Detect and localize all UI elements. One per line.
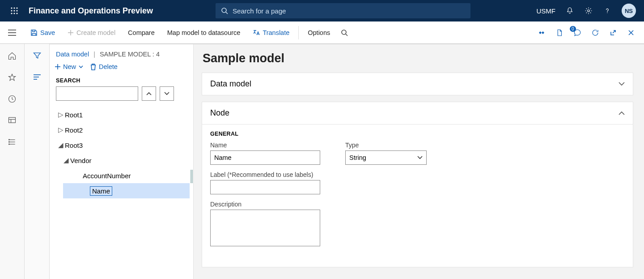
splitter-handle[interactable] <box>191 170 193 183</box>
modules-icon[interactable] <box>7 137 17 147</box>
map-model-label: Map model to datasource <box>167 29 241 36</box>
favorites-icon[interactable] <box>7 73 17 82</box>
compare-button[interactable]: Compare <box>122 21 161 43</box>
svg-point-2 <box>16 7 17 9</box>
expand-icon[interactable]: ▷ <box>57 126 65 134</box>
navigation-rail <box>0 44 25 279</box>
refresh-icon[interactable] <box>590 28 600 38</box>
svg-point-29 <box>9 139 10 140</box>
tree-label: Name <box>90 186 112 196</box>
page-title: Sample model <box>203 52 633 65</box>
trash-icon <box>90 64 96 70</box>
chevron-down-icon <box>79 65 83 69</box>
tree-node-vendor[interactable]: ◢ Vendor <box>54 153 190 168</box>
tree-search-row <box>50 86 190 107</box>
save-button[interactable]: Save <box>24 21 61 43</box>
panel-title: Node <box>210 108 229 118</box>
breadcrumb-current: SAMPLE MODEL : 4 <box>100 51 160 58</box>
tree-node-root1[interactable]: ▷ Root1 <box>54 107 190 122</box>
search-prev-button[interactable] <box>142 86 156 101</box>
translate-label: Translate <box>263 29 289 36</box>
options-label: Options <box>308 29 330 36</box>
field-name-input[interactable] <box>210 150 320 165</box>
global-search-input[interactable] <box>233 7 465 15</box>
plus-icon <box>55 64 60 69</box>
action-search-button[interactable] <box>336 21 352 43</box>
home-icon[interactable] <box>7 51 17 61</box>
messages-badge: 0 <box>570 26 576 32</box>
topbar: Finance and Operations Preview USMF NS <box>0 0 644 21</box>
translate-button[interactable]: Translate <box>246 21 296 43</box>
field-type-select[interactable]: String <box>345 150 427 165</box>
map-model-button[interactable]: Map model to datasource <box>161 21 247 43</box>
tree-pane: Data model | SAMPLE MODEL : 4 New Delete… <box>50 44 194 279</box>
side-panel <box>25 44 50 279</box>
app-launcher-icon[interactable] <box>4 7 25 15</box>
hamburger-icon[interactable] <box>0 29 24 36</box>
svg-line-19 <box>346 34 347 36</box>
svg-point-5 <box>16 10 17 11</box>
filter-icon[interactable] <box>33 51 42 62</box>
tree-label: AccountNumber <box>83 172 131 180</box>
app-title: Finance and Operations Preview <box>29 6 153 16</box>
company-code[interactable]: USMF <box>537 7 556 15</box>
attachments-icon[interactable] <box>555 28 564 38</box>
search-icon <box>221 7 228 14</box>
svg-point-0 <box>11 7 12 9</box>
tree-label: Root2 <box>65 126 83 134</box>
field-type-value: String <box>349 154 366 161</box>
search-next-button[interactable] <box>160 86 174 101</box>
tree-node-accountnumber[interactable]: AccountNumber <box>54 168 190 183</box>
related-info-icon[interactable] <box>537 28 547 38</box>
field-type: Type String <box>345 142 427 165</box>
breadcrumb-separator: | <box>93 51 95 58</box>
chevron-down-icon <box>619 82 625 86</box>
tree-label: Root1 <box>65 111 83 119</box>
delete-button[interactable]: Delete <box>90 63 118 70</box>
chevron-down-icon <box>417 156 423 159</box>
svg-point-18 <box>342 30 346 34</box>
new-button[interactable]: New <box>55 63 83 70</box>
breadcrumb: Data model | SAMPLE MODEL : 4 <box>50 51 190 62</box>
panel-datamodel-header[interactable]: Data model <box>202 73 633 95</box>
sort-icon[interactable] <box>33 73 42 82</box>
save-label: Save <box>40 29 55 36</box>
collapse-icon[interactable]: ◢ <box>62 156 70 164</box>
field-label: Label (*Recommended to use labels) <box>210 171 320 194</box>
settings-icon[interactable] <box>584 6 593 15</box>
create-model-label: Create model <box>76 29 115 36</box>
close-icon[interactable] <box>626 28 636 38</box>
messages-icon[interactable]: 0 <box>572 28 582 38</box>
global-search[interactable] <box>216 3 470 18</box>
field-label-input[interactable] <box>210 180 320 194</box>
tree-label: Root3 <box>65 142 83 149</box>
panel-datamodel: Data model <box>202 73 633 95</box>
recent-icon[interactable] <box>7 94 17 104</box>
expand-icon[interactable]: ▷ <box>57 111 65 119</box>
popout-icon[interactable] <box>608 28 618 38</box>
workspaces-icon[interactable] <box>7 116 17 125</box>
create-model-button: Create model <box>61 21 122 43</box>
section-general: GENERAL <box>210 131 625 137</box>
options-button[interactable]: Options <box>301 21 336 43</box>
svg-point-3 <box>11 10 12 11</box>
svg-point-30 <box>9 142 10 142</box>
tree-node-root3[interactable]: ◢ Root3 <box>54 137 190 153</box>
search-icon <box>341 29 348 36</box>
tree-search-input[interactable] <box>56 86 138 101</box>
panel-node-header[interactable]: Node <box>202 102 633 124</box>
tree-node-root2[interactable]: ▷ Root2 <box>54 122 190 137</box>
field-description-input[interactable] <box>210 210 320 246</box>
field-label-label: Label (*Recommended to use labels) <box>210 171 320 178</box>
help-icon[interactable] <box>603 6 612 15</box>
user-avatar[interactable]: NS <box>622 4 636 18</box>
action-bar-right: 0 <box>537 28 642 38</box>
tree-node-name[interactable]: Name <box>63 183 190 198</box>
chevron-up-icon <box>619 111 625 115</box>
collapse-icon[interactable]: ◢ <box>57 141 65 149</box>
tree-toolbar: New Delete <box>50 62 190 75</box>
svg-point-31 <box>9 144 10 145</box>
notifications-icon[interactable] <box>565 6 574 15</box>
search-label: SEARCH <box>50 75 190 86</box>
breadcrumb-root[interactable]: Data model <box>56 51 89 58</box>
